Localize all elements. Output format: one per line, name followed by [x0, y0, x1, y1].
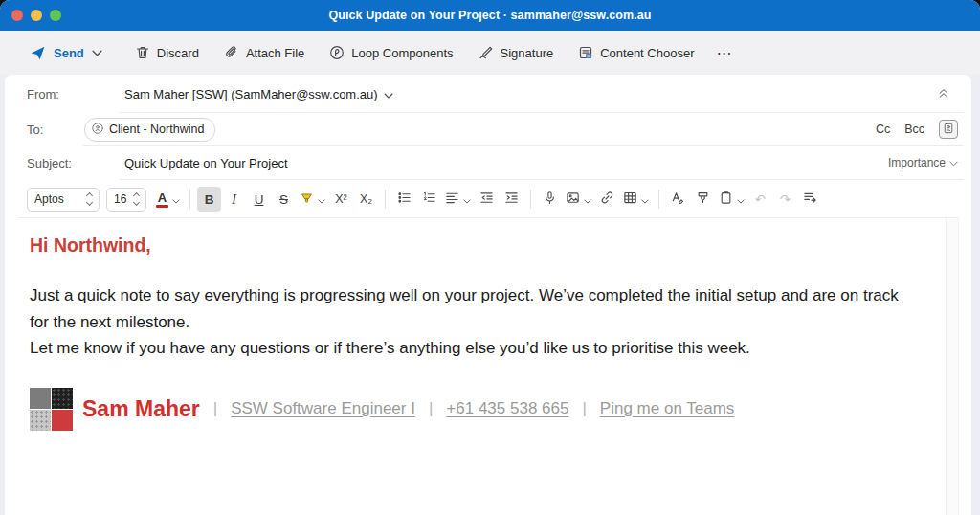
attach-file-button[interactable]: Attach File [212, 38, 317, 67]
signature-role-link[interactable]: SSW Software Engineer I [231, 399, 415, 418]
subject-label: Subject: [27, 156, 124, 170]
signature-button[interactable]: Signature [466, 38, 567, 67]
chevron-down-icon [949, 156, 958, 169]
chevron-down-icon [318, 192, 325, 207]
greeting-text: Hi Northwind, [30, 235, 914, 257]
content-chooser-label: Content Chooser [600, 46, 694, 60]
strikethrough-button[interactable]: S [272, 187, 296, 212]
font-family-value: Aptos [34, 192, 64, 206]
compose-card: From: Sam Maher [SSW] (SamMaher@ssw.com.… [5, 75, 971, 515]
minimize-window-button[interactable] [31, 10, 42, 21]
highlight-button[interactable] [297, 187, 328, 212]
address-book-icon [943, 123, 954, 137]
send-button[interactable]: Send [17, 38, 90, 68]
paperclip-icon [224, 45, 239, 60]
clipboard-icon [719, 190, 733, 208]
discard-button[interactable]: Discard [122, 38, 212, 67]
bcc-button[interactable]: Bcc [904, 123, 924, 136]
image-icon [566, 190, 580, 208]
loop-components-button[interactable]: Loop Components [317, 38, 465, 67]
zoom-window-button[interactable] [50, 10, 61, 21]
recipient-chip-label: Client - Northwind [109, 123, 204, 136]
font-color-icon: A [156, 191, 168, 208]
content-chooser-button[interactable]: Content Chooser [566, 38, 706, 67]
send-options-button[interactable] [90, 43, 115, 63]
bullet-list-button[interactable] [392, 187, 416, 212]
chevron-down-icon [92, 50, 102, 56]
table-icon [623, 190, 637, 208]
text-align-button[interactable] [442, 187, 474, 212]
redo-button[interactable]: ↷ [773, 187, 797, 212]
italic-button[interactable]: I [222, 187, 246, 212]
font-color-button[interactable]: A [153, 187, 183, 212]
discard-label: Discard [157, 46, 199, 60]
to-label: To: [27, 123, 84, 137]
chevron-down-icon [584, 192, 591, 207]
cc-bcc-group: Cc Bcc [876, 120, 958, 139]
collapse-headers-button[interactable] [929, 81, 958, 106]
signature-phone-link[interactable]: +61 435 538 665 [446, 399, 568, 418]
window-title: Quick Update on Your Project · sammaher@… [328, 9, 651, 22]
link-icon [600, 190, 614, 208]
outdent-icon [479, 190, 494, 208]
signature-separator: | [429, 399, 433, 418]
toolbar-overflow-button[interactable]: ⋯ [706, 40, 742, 66]
body-scrollbar[interactable] [946, 218, 959, 515]
undo-button[interactable]: ↶ [748, 187, 772, 212]
editor-proofing-button[interactable] [666, 187, 690, 212]
recipient-chip[interactable]: Client - Northwind [84, 118, 215, 142]
signature-separator: | [582, 399, 586, 418]
format-painter-button[interactable] [691, 187, 715, 212]
address-book-button[interactable] [939, 120, 958, 139]
format-painter-icon [696, 190, 710, 208]
format-toolbar: Aptos 16 A B I U S [5, 180, 971, 218]
chevron-down-icon [172, 192, 180, 207]
importance-button[interactable]: Importance [888, 156, 958, 169]
paragraph: Let me know if you have any questions or… [30, 335, 914, 362]
from-label: From: [27, 87, 124, 101]
subject-row: Subject: Quick Update on Your Project Im… [5, 146, 971, 180]
subject-input[interactable]: Quick Update on Your Project [124, 156, 288, 170]
ssw-logo [30, 388, 73, 431]
command-toolbar: Send Discard Attach File [0, 31, 980, 75]
ellipsis-icon: ⋯ [716, 44, 732, 62]
trash-icon [135, 45, 150, 60]
insert-picture-button[interactable] [563, 187, 594, 212]
paragraph: Just a quick note to say everything is p… [30, 282, 914, 335]
text-direction-button[interactable] [798, 187, 822, 212]
signature-pen-icon [479, 45, 494, 60]
font-size-select[interactable]: 16 [106, 188, 146, 212]
email-signature: Sam Maher | SSW Software Engineer I | +6… [30, 388, 914, 431]
font-family-select[interactable]: Aptos [27, 188, 100, 212]
title-bar: Quick Update on Your Project · sammaher@… [0, 0, 980, 31]
traffic-lights [11, 10, 61, 21]
insert-link-button[interactable] [595, 187, 619, 212]
paste-button[interactable] [716, 187, 747, 212]
message-body[interactable]: Hi Northwind, Just a quick note to say e… [5, 218, 971, 515]
bold-button[interactable]: B [197, 187, 221, 212]
signature-name: Sam Maher [82, 396, 200, 422]
compose-window: Quick Update on Your Project · sammaher@… [0, 0, 980, 515]
indent-icon [504, 190, 519, 208]
from-selector[interactable]: Sam Maher [SSW] (SamMaher@ssw.com.au) [124, 87, 393, 101]
underline-button[interactable]: U [247, 187, 271, 212]
signature-teams-link[interactable]: Ping me on Teams [600, 399, 734, 418]
highlighter-icon [300, 190, 314, 208]
importance-label: Importance [888, 156, 946, 169]
contact-group-icon [91, 122, 104, 138]
numbered-list-button[interactable] [417, 187, 441, 212]
dictate-button[interactable] [538, 187, 562, 212]
insert-table-button[interactable] [620, 187, 652, 212]
superscript-button[interactable]: X² [329, 187, 353, 212]
divider [189, 190, 190, 209]
loop-components-label: Loop Components [351, 46, 453, 60]
indent-button[interactable] [500, 187, 523, 212]
outdent-button[interactable] [475, 187, 499, 212]
signature-separator: | [213, 399, 217, 418]
cc-button[interactable]: Cc [876, 123, 890, 136]
subscript-button[interactable]: X₂ [354, 187, 378, 212]
font-size-value: 16 [114, 192, 126, 206]
send-label: Send [54, 46, 84, 60]
close-window-button[interactable] [11, 10, 23, 21]
align-left-icon [445, 190, 459, 208]
